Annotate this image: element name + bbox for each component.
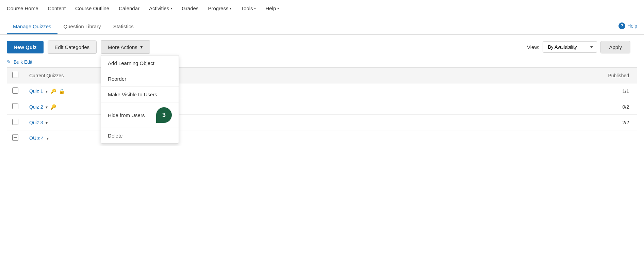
nav-activities-caret: ▾ <box>170 6 172 10</box>
quiz-2-checkbox[interactable] <box>12 103 18 109</box>
edit-categories-button[interactable]: Edit Categories <box>48 41 97 54</box>
view-select[interactable]: By Availability By Date By Name <box>543 41 597 53</box>
menu-item-reorder[interactable]: Reorder <box>101 71 179 87</box>
pencil-icon: ✎ <box>7 59 11 65</box>
menu-item-hide-from-users[interactable]: Hide from Users 3 <box>101 102 179 128</box>
help-link[interactable]: ? Help <box>618 22 637 29</box>
view-controls: View: By Availability By Date By Name Ap… <box>527 41 637 53</box>
help-circle-icon: ? <box>618 22 625 29</box>
quiz-3-checkbox[interactable] <box>12 119 18 125</box>
nav-progress-dropdown[interactable]: Progress ▾ <box>208 5 231 11</box>
more-actions-button[interactable]: More Actions ▾ <box>101 40 150 54</box>
col-header-quizzes: Current Quizzes <box>24 68 375 83</box>
more-actions-dropdown-container: More Actions ▾ Add Learning Object Reord… <box>101 40 150 54</box>
tab-question-library[interactable]: Question Library <box>57 23 107 34</box>
nav-progress-label: Progress <box>208 5 228 11</box>
quiz-4-checkbox-indeterminate <box>12 134 18 141</box>
quiz-4-dropdown-icon[interactable]: ▾ <box>47 136 49 141</box>
menu-item-make-visible[interactable]: Make Visible to Users <box>101 87 179 102</box>
quiz-1-dropdown-icon[interactable]: ▾ <box>46 89 48 94</box>
quiz-table-container: Current Quizzes Published Quiz 1 ▾ 🔑 🔒 1… <box>0 67 644 146</box>
quiz-1-link[interactable]: Quiz 1 <box>29 89 43 94</box>
tabs: Manage Quizzes Question Library Statisti… <box>7 17 140 34</box>
quiz-1-published: 1/1 <box>375 83 637 99</box>
annotation-3-bubble: 3 <box>156 107 172 123</box>
more-actions-label: More Actions <box>108 44 137 50</box>
help-link-label: Help <box>627 23 637 29</box>
quiz-4-link[interactable]: OUiz 4 <box>29 135 44 141</box>
more-actions-caret-icon: ▾ <box>140 44 143 50</box>
nav-tools-label: Tools <box>241 5 253 11</box>
tab-manage-quizzes[interactable]: Manage Quizzes <box>7 23 57 34</box>
nav-help-label: Help <box>265 5 276 11</box>
table-header-checkbox[interactable] <box>12 72 18 78</box>
nav-course-outline[interactable]: Course Outline <box>75 5 109 11</box>
quiz-1-checkbox[interactable] <box>12 87 18 94</box>
tab-bar: Manage Quizzes Question Library Statisti… <box>0 17 644 35</box>
quiz-1-key-icon: 🔑 <box>50 89 56 94</box>
apply-button[interactable]: Apply <box>600 41 630 53</box>
more-actions-menu: Add Learning Object Reorder Make Visible… <box>101 55 179 144</box>
nav-help-dropdown[interactable]: Help ▾ <box>265 5 279 11</box>
nav-content[interactable]: Content <box>48 5 66 11</box>
quiz-1-lock-icon: 🔒 <box>59 89 65 94</box>
menu-item-add-learning-object[interactable]: Add Learning Object <box>101 55 179 71</box>
nav-calendar[interactable]: Calendar <box>119 5 139 11</box>
quiz-3-dropdown-icon[interactable]: ▾ <box>46 121 48 125</box>
nav-activities-label: Activities <box>149 5 169 11</box>
top-nav: Course Home Content Course Outline Calen… <box>0 0 644 17</box>
tab-statistics[interactable]: Statistics <box>107 23 140 34</box>
nav-course-home[interactable]: Course Home <box>7 5 38 11</box>
quiz-3-link[interactable]: Quiz 3 <box>29 120 43 125</box>
quiz-4-published <box>375 130 637 146</box>
quiz-2-key-icon: 🔑 <box>50 104 56 110</box>
bulk-edit-label: Bulk Edit <box>14 59 32 65</box>
nav-help-caret: ▾ <box>277 6 279 10</box>
nav-progress-caret: ▾ <box>230 6 231 10</box>
view-label: View: <box>527 44 539 50</box>
nav-tools-dropdown[interactable]: Tools ▾ <box>241 5 256 11</box>
nav-tools-caret: ▾ <box>254 6 256 10</box>
quiz-2-published: 0/2 <box>375 99 637 115</box>
menu-item-delete[interactable]: Delete <box>101 128 179 143</box>
new-quiz-button[interactable]: New Quiz <box>7 41 44 53</box>
quiz-2-dropdown-icon[interactable]: ▾ <box>46 105 48 110</box>
quiz-2-link[interactable]: Quiz 2 <box>29 104 43 110</box>
col-header-published: Published <box>375 68 637 83</box>
nav-activities-dropdown[interactable]: Activities ▾ <box>149 5 172 11</box>
nav-grades[interactable]: Grades <box>182 5 198 11</box>
quiz-3-published: 2/2 <box>375 115 637 130</box>
